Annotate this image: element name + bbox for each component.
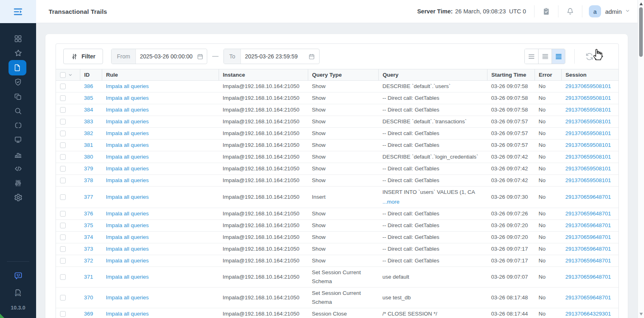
session-link[interactable]: 291370659508101 [565, 130, 611, 136]
sidebar-item-controls[interactable] [9, 176, 28, 191]
session-link[interactable]: 291370659648701 [565, 246, 611, 252]
row-id-link[interactable]: 378 [84, 177, 93, 183]
row-checkbox[interactable] [60, 274, 66, 280]
column-header-rule[interactable]: Rule [102, 69, 219, 81]
row-id-link[interactable]: 380 [84, 154, 93, 160]
row-checkbox[interactable] [60, 84, 66, 89]
sidebar-item-dashboard[interactable] [9, 32, 28, 46]
row-id-link[interactable]: 374 [84, 234, 93, 240]
session-link[interactable]: 291370659508101 [565, 95, 611, 101]
rule-link[interactable]: Impala all queries [106, 165, 149, 172]
session-link[interactable]: 291370659508101 [565, 83, 611, 89]
row-id-link[interactable]: 376 [84, 211, 93, 217]
rule-link[interactable]: Impala all queries [106, 107, 149, 113]
app-logo[interactable] [0, 0, 36, 23]
from-calendar-button[interactable] [197, 53, 207, 60]
sidebar-item-security[interactable] [9, 75, 28, 90]
row-id-link[interactable]: 384 [84, 107, 93, 113]
session-link[interactable]: 291370659508101 [565, 107, 611, 113]
scrollbar-thumb[interactable] [639, 7, 643, 57]
more-options-button[interactable] [601, 51, 612, 62]
avatar[interactable]: a [589, 5, 601, 17]
density-relaxed-button[interactable] [525, 49, 538, 64]
density-compact-button[interactable] [552, 49, 565, 64]
rule-link[interactable]: Impala all queries [106, 234, 149, 240]
row-checkbox[interactable] [60, 95, 66, 101]
column-header-query-type[interactable]: Query Type [308, 69, 378, 81]
session-link[interactable]: 291370659508101 [565, 118, 611, 125]
row-checkbox[interactable] [60, 107, 66, 113]
sidebar-item-documentation[interactable]: DOC [9, 284, 28, 301]
row-id-link[interactable]: 373 [84, 246, 93, 252]
row-checkbox[interactable] [60, 119, 66, 125]
rule-link[interactable]: Impala all queries [106, 311, 149, 317]
session-link[interactable]: 291370664329301 [565, 311, 611, 317]
session-link[interactable]: 291370659648701 [565, 222, 611, 228]
density-medium-button[interactable] [538, 49, 552, 64]
column-header-error[interactable]: Error [535, 69, 561, 81]
to-date-input[interactable]: 2025-03-26 23:59:59 [241, 53, 308, 60]
to-calendar-button[interactable] [308, 53, 319, 60]
session-link[interactable]: 291370659508101 [565, 177, 611, 183]
rule-link[interactable]: Impala all queries [106, 246, 149, 252]
column-header-starting-time[interactable]: Starting Time [487, 69, 535, 81]
row-checkbox[interactable] [60, 211, 66, 217]
sidebar-item-scan[interactable] [9, 118, 28, 133]
session-link[interactable]: 291370659508101 [565, 154, 611, 160]
rule-link[interactable]: Impala all queries [106, 95, 149, 101]
row-id-link[interactable]: 377 [84, 194, 93, 200]
session-link[interactable]: 291370659508101 [565, 165, 611, 172]
row-checkbox[interactable] [60, 311, 66, 317]
row-id-link[interactable]: 375 [84, 222, 93, 228]
row-checkbox[interactable] [60, 234, 66, 240]
session-link[interactable]: 291370659648701 [565, 274, 611, 280]
row-id-link[interactable]: 386 [84, 83, 93, 89]
sidebar-item-settings[interactable] [9, 190, 28, 205]
row-id-link[interactable]: 379 [84, 165, 93, 172]
sidebar-item-systems[interactable] [9, 133, 28, 147]
session-link[interactable]: 291370659648701 [565, 258, 611, 264]
sidebar-item-collections[interactable] [9, 90, 28, 104]
scrollbar-down-arrow[interactable] [640, 313, 643, 316]
row-id-link[interactable]: 372 [84, 258, 93, 264]
row-checkbox[interactable] [60, 223, 66, 228]
row-checkbox[interactable] [60, 131, 66, 136]
sidebar-item-reports[interactable] [9, 147, 28, 162]
row-id-link[interactable]: 370 [84, 294, 93, 301]
sidebar-item-favorites[interactable] [9, 46, 28, 61]
rule-link[interactable]: Impala all queries [106, 274, 149, 280]
row-id-link[interactable]: 371 [84, 274, 93, 280]
sidebar-item-code[interactable] [9, 161, 28, 176]
row-checkbox[interactable] [60, 166, 66, 172]
rule-link[interactable]: Impala all queries [106, 83, 149, 89]
page-scrollbar[interactable] [638, 0, 644, 318]
row-checkbox[interactable] [60, 295, 66, 301]
column-header-session[interactable]: Session [561, 69, 619, 81]
user-menu-button[interactable] [625, 8, 630, 15]
rule-link[interactable]: Impala all queries [106, 222, 149, 228]
notifications-button[interactable] [558, 7, 582, 16]
rule-link[interactable]: Impala all queries [106, 130, 149, 136]
rule-link[interactable]: Impala all queries [106, 177, 149, 183]
session-link[interactable]: 291370659648701 [565, 294, 611, 301]
rule-link[interactable]: Impala all queries [106, 154, 149, 160]
row-checkbox[interactable] [60, 258, 66, 264]
refresh-button[interactable] [584, 51, 595, 62]
session-link[interactable]: 291370659648701 [565, 211, 611, 217]
row-checkbox[interactable] [60, 178, 66, 183]
rule-link[interactable]: Impala all queries [106, 211, 149, 217]
row-id-link[interactable]: 383 [84, 118, 93, 125]
rule-link[interactable]: Impala all queries [106, 194, 149, 200]
row-checkbox[interactable] [60, 246, 66, 252]
tasks-button[interactable] [535, 7, 558, 16]
filter-button[interactable]: Filter [63, 49, 103, 64]
session-link[interactable]: 291370659648701 [565, 234, 611, 240]
session-link[interactable]: 291370659648701 [565, 194, 611, 200]
column-header-instance[interactable]: Instance [219, 69, 308, 81]
sidebar-item-trails[interactable] [9, 60, 26, 75]
row-id-link[interactable]: 369 [84, 311, 93, 317]
scrollbar-up-arrow[interactable] [640, 2, 643, 5]
select-all-checkbox[interactable] [60, 72, 66, 78]
row-checkbox[interactable] [60, 142, 66, 148]
rule-link[interactable]: Impala all queries [106, 142, 149, 148]
